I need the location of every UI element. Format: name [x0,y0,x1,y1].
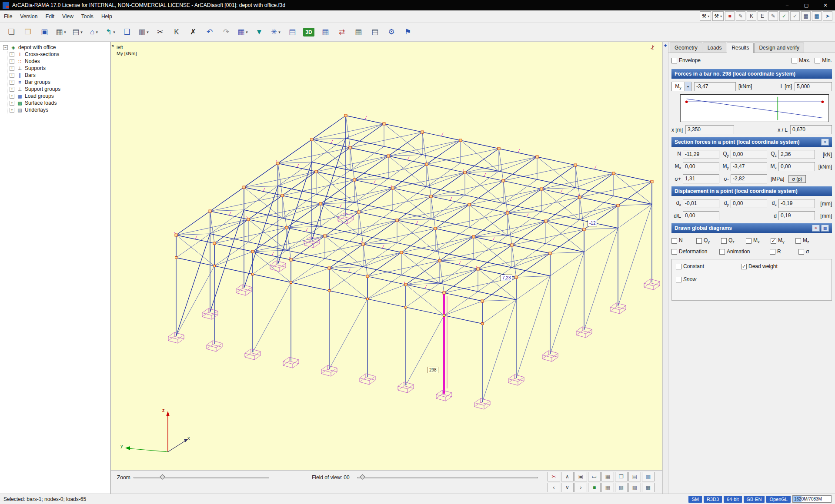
zoom-slider-track[interactable] [134,477,269,478]
tables-button[interactable]: ▦▾ [54,25,68,39]
tree-collapse-arrow[interactable]: ◂ [111,43,114,48]
bar-length-field[interactable]: 5,000 [795,82,832,91]
data-table-button[interactable]: ▤ [285,25,299,39]
menu-version[interactable]: Version [16,11,41,22]
dropdown-icon[interactable]: ▾ [64,30,66,34]
settings-wrench-button[interactable]: ⚙ [384,25,398,39]
clip-button[interactable]: ✂ [548,472,560,481]
menu-edit[interactable]: Edit [41,11,58,22]
aux-1-button[interactable]: ▦ [601,483,614,492]
back-arrow-button[interactable]: ↰▾ [104,25,117,39]
option-σ-checkbox[interactable] [798,249,804,255]
fov-slider[interactable] [357,474,538,481]
expand-icon[interactable]: + [10,59,14,64]
maximize-button[interactable]: ▢ [797,0,816,10]
check-2-button[interactable]: ✓ [790,11,800,21]
expand-icon[interactable]: + [10,66,14,71]
zoom-slider-thumb[interactable] [160,474,165,480]
diagram-table-icon[interactable]: ▦ [821,225,829,232]
new-file-button[interactable]: ❏ [4,25,18,39]
dz-field[interactable]: -0,19 [778,199,815,208]
stress-minus-field[interactable]: -2,82 [731,174,767,183]
case-snow[interactable]: Snow [676,276,696,282]
tree-item-surface-loads[interactable]: +▩Surface loads [10,99,110,106]
verify-flag-button[interactable]: ⚑ [401,25,415,39]
tree-root[interactable]: −◈depot with office [3,44,110,51]
pan-up-button[interactable]: ∧ [561,472,574,481]
x-ratio-field[interactable]: 0,670 [790,125,832,134]
case-snow-checkbox[interactable] [676,277,681,282]
letter-k-button[interactable]: K [747,11,756,21]
option-animation-checkbox[interactable] [719,249,725,255]
expand-icon[interactable]: + [10,108,14,113]
dy-field[interactable]: 0,00 [731,199,767,208]
dropdown-icon[interactable]: ▾ [147,30,149,34]
pan-down-button[interactable]: ∨ [561,483,574,492]
diagram-my-checkbox[interactable]: ✓ [771,238,776,244]
option-deformation-checkbox[interactable] [671,249,677,255]
aux-3-button[interactable]: ▨ [628,483,641,492]
expand-icon[interactable]: + [10,80,14,85]
expand-icon[interactable]: + [10,94,14,99]
moment-x-field[interactable]: 0,00 [683,162,719,171]
option-deformation[interactable]: Deformation [671,249,719,255]
envelope-checkbox[interactable] [671,58,677,63]
axial-force-field[interactable]: -11,29 [683,150,719,159]
pan-right-button[interactable]: › [574,483,587,492]
full-screen-button[interactable]: ▭ [588,472,601,481]
min-checkbox[interactable] [815,58,820,63]
max-checkbox[interactable] [792,58,797,63]
force-value-field[interactable]: -3,47 [694,82,736,91]
combo-dropdown-icon[interactable]: ▾ [685,82,691,91]
array-button[interactable]: ▦▾ [236,25,250,39]
diagram-qy[interactable]: Qy [696,237,721,244]
redo-button[interactable]: ↷ [219,25,233,39]
letter-e-button[interactable]: E [758,11,767,21]
case-constant-checkbox[interactable] [676,264,681,269]
pencil-1-button[interactable]: ✎ [736,11,745,21]
mesh-button[interactable]: ▦ [318,25,332,39]
bar-force-diagram[interactable] [680,94,829,122]
delete-button[interactable]: ✗ [186,25,200,39]
save-button[interactable]: ▣ [37,25,51,39]
tree-item-support-groups[interactable]: +⊥Support groups [10,86,110,93]
render-on-button[interactable]: ■ [588,483,601,492]
pencil-2-button[interactable]: ✎ [768,11,778,21]
move-copy-button[interactable]: ❑ [120,25,134,39]
menu-tools[interactable]: Tools [77,11,97,22]
force-component-select[interactable]: My ▾ [671,82,691,91]
section-forces-dropdown-icon[interactable]: ▾ [821,139,829,146]
grid-right-button[interactable]: ▦ [812,11,822,21]
dropdown-icon[interactable]: ▾ [246,30,248,34]
diagram-qz[interactable]: Qz [721,237,746,244]
model-canvas[interactable]: ◂ left My [kNm] ✂ 298 7,23 -12 x y z [111,42,662,470]
expand-icon[interactable]: + [10,101,14,106]
tab-loads[interactable]: Loads [703,43,727,53]
close-button[interactable]: ✕ [816,0,835,10]
pan-left-button[interactable]: ‹ [548,483,560,492]
filter-button[interactable]: ▼ [252,25,266,39]
tree-item-supports[interactable]: +⊥Supports [10,65,110,72]
frame-generator-button[interactable]: ⌂▾ [87,25,101,39]
splitter-grip-icon[interactable]: ◆ [664,43,667,47]
diagram-mz-checkbox[interactable] [795,238,801,244]
dx-field[interactable]: -0,01 [683,199,719,208]
menu-help[interactable]: Help [97,11,116,22]
shear-y-field[interactable]: 0,00 [731,150,767,159]
snap-button[interactable]: ✳▾ [269,25,283,39]
tree-item-load-groups[interactable]: +▦Load groups [10,93,110,99]
option-animation[interactable]: Animation [719,249,770,255]
print-button[interactable]: ▤▾ [70,25,84,39]
column-grid-button[interactable]: ▥▾ [137,25,150,39]
zoom-slider[interactable] [134,474,269,481]
case-dead-weight[interactable]: ✓Dead weight [741,263,778,269]
diagram-n[interactable]: N [671,237,696,244]
collapse-expander[interactable]: − [3,45,8,50]
diagram-mx-checkbox[interactable] [746,238,752,244]
expand-icon[interactable]: + [10,52,14,57]
view-style-picker[interactable]: ⚒▾ [712,11,724,21]
dropdown-icon[interactable]: ▾ [113,30,115,34]
view-3d-button[interactable]: 3D [302,25,316,39]
aux-2-button[interactable]: ▧ [615,483,628,492]
diagram-qz-checkbox[interactable] [721,238,727,244]
